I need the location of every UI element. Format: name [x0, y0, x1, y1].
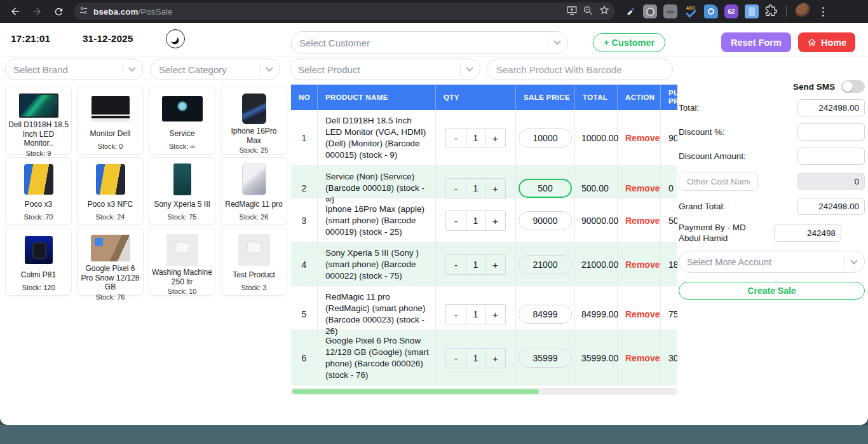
qty-stepper: - 1 +	[445, 211, 506, 231]
product-image	[92, 96, 130, 121]
qty-value[interactable]: 1	[466, 179, 485, 198]
qty-decrease-button[interactable]: -	[446, 128, 466, 148]
product-card[interactable]: Iphone 16Pro Max Stock: 25	[220, 87, 287, 155]
product-card[interactable]: Poco x3 Stock: 70	[5, 157, 72, 225]
qty-decrease-button[interactable]: -	[446, 349, 466, 368]
eyedropper-extension-icon[interactable]	[625, 4, 637, 18]
current-date: 31-12-2025	[83, 33, 133, 45]
barcode-search-input[interactable]	[487, 59, 673, 80]
product-card[interactable]: Monitor Dell Stock: 0	[77, 87, 144, 155]
zoom-out-icon[interactable]	[583, 5, 593, 18]
pos-header: 17:21:01 31-12-2025 Select Customer + Cu…	[0, 23, 868, 57]
chevron-down-icon	[466, 64, 473, 71]
remove-link[interactable]: Remove	[618, 198, 661, 243]
dark-mode-toggle[interactable]	[166, 29, 185, 48]
qty-decrease-button[interactable]: -	[446, 255, 466, 274]
badge-extension-icon[interactable]: 62	[724, 4, 738, 18]
other-cost-amount-input[interactable]	[797, 173, 865, 190]
qty-value[interactable]: 1	[466, 255, 485, 274]
cart-row: 1 Dell D1918H 18.5 Inch LED Monitor (VGA…	[291, 110, 677, 166]
product-card[interactable]: Service Stock: ∞	[149, 87, 215, 155]
sale-price-input[interactable]	[519, 305, 572, 324]
puzzle-extensions-icon[interactable]	[765, 4, 777, 19]
qty-decrease-button[interactable]: -	[446, 179, 466, 198]
address-bar[interactable]: bseba.com/PosSale	[74, 3, 615, 20]
profile-avatar[interactable]	[796, 3, 812, 20]
category-select[interactable]: Select Category	[151, 59, 280, 80]
camera-extension-icon[interactable]	[643, 4, 657, 18]
home-button[interactable]: Home	[798, 32, 855, 52]
other-cost-name-input[interactable]	[679, 172, 758, 191]
send-sms-toggle[interactable]	[841, 80, 865, 93]
sale-price-input[interactable]	[519, 349, 572, 368]
forward-icon[interactable]	[28, 3, 46, 20]
site-settings-icon[interactable]	[79, 6, 88, 18]
install-app-icon[interactable]	[566, 4, 578, 18]
spellcheck-extension-icon[interactable]	[684, 4, 698, 18]
cart-row: 3 Iphone 16Pro Max (apple) (smart phone)…	[291, 198, 677, 242]
sale-price-input[interactable]	[519, 179, 572, 198]
qty-increase-button[interactable]: +	[485, 128, 505, 148]
url-text: bseba.com/PosSale	[93, 7, 173, 17]
docs-extension-icon[interactable]	[745, 4, 759, 18]
add-customer-button[interactable]: + Customer	[593, 33, 665, 52]
qty-decrease-button[interactable]: -	[446, 211, 466, 230]
sale-price-input[interactable]	[519, 128, 572, 148]
grand-total-input[interactable]	[797, 198, 865, 215]
cart-row: 2 Service (Non) (Service) (Barcode 00001…	[291, 166, 677, 198]
product-card[interactable]: Colmi P81 Stock: 120	[5, 228, 72, 296]
cart-table-header: NO PRODUCT NAME QTY SALE PRICE TOTAL ACT…	[291, 85, 677, 110]
brand-select[interactable]: Select Brand	[5, 59, 143, 80]
qty-stepper: - 1 +	[445, 254, 506, 275]
product-card[interactable]: Poco x3 NFC Stock: 24	[77, 157, 144, 225]
discount-amount-input[interactable]	[797, 148, 865, 165]
purchase-price: 300	[661, 330, 677, 385]
product-select[interactable]: Select Product	[290, 59, 480, 80]
product-card[interactable]: Washing Machine 250 ltr Stock: 10	[149, 228, 215, 296]
product-card[interactable]: Google Pixel 6 Pro Snow 12/128 GB Stock:…	[77, 228, 144, 296]
row-total: 90000.00	[575, 198, 618, 243]
qty-increase-button[interactable]: +	[485, 255, 505, 274]
product-card[interactable]: Test Product Stock: 3	[220, 228, 287, 296]
current-time: 17:21:01	[11, 33, 50, 45]
back-icon[interactable]	[6, 3, 24, 20]
chevron-down-icon	[850, 257, 857, 264]
purchase-price: 900	[661, 110, 677, 166]
browser-menu-icon[interactable]	[818, 7, 828, 17]
payment-amount-input[interactable]	[774, 225, 841, 242]
product-card[interactable]: Sony Xperia 5 III Stock: 75	[149, 157, 215, 225]
cart-row: 6 Google Pixel 6 Pro Snow 12/128 GB (Goo…	[291, 330, 677, 385]
row-total: 10000.00	[575, 110, 618, 166]
tag-extension-icon[interactable]	[704, 4, 718, 18]
discount-percent-input[interactable]	[797, 123, 865, 141]
qty-value[interactable]: 1	[466, 349, 485, 368]
qty-value[interactable]: 1	[466, 211, 485, 230]
reset-form-button[interactable]: Reset Form	[721, 32, 791, 52]
remove-link[interactable]: Remove	[618, 110, 661, 166]
qty-decrease-button[interactable]: -	[446, 305, 466, 324]
sale-price-input[interactable]	[519, 211, 572, 230]
qty-increase-button[interactable]: +	[485, 305, 505, 324]
table-horizontal-scrollbar[interactable]	[291, 388, 677, 395]
scrollbar-thumb[interactable]	[292, 389, 539, 394]
qty-value[interactable]: 1	[466, 305, 485, 324]
create-sale-button[interactable]: Create Sale	[679, 282, 865, 300]
product-grid: Dell D1918H 18.5 Inch LED Monitor.. Stoc…	[5, 87, 289, 296]
sale-summary-panel: Send SMS Total: Discount %: Discount Amo…	[679, 80, 865, 300]
chevron-down-icon	[266, 64, 273, 71]
sale-price-input[interactable]	[519, 255, 572, 274]
remove-link[interactable]: Remove	[618, 330, 661, 385]
qty-increase-button[interactable]: +	[485, 211, 505, 230]
reload-icon[interactable]	[50, 3, 67, 20]
product-card[interactable]: Dell D1918H 18.5 Inch LED Monitor.. Stoc…	[5, 87, 72, 155]
qty-increase-button[interactable]: +	[485, 179, 505, 198]
code-extension-icon[interactable]: </>	[663, 4, 677, 18]
total-input[interactable]	[797, 99, 865, 116]
qty-value[interactable]: 1	[466, 128, 485, 148]
bookmark-star-icon[interactable]	[599, 4, 610, 18]
more-account-select[interactable]: Select More Account	[679, 251, 865, 273]
product-card[interactable]: RedMagic 11 pro Stock: 26	[220, 157, 287, 225]
customer-select[interactable]: Select Customer	[291, 31, 568, 54]
remove-link[interactable]: Remove	[618, 242, 661, 287]
qty-increase-button[interactable]: +	[485, 349, 505, 368]
